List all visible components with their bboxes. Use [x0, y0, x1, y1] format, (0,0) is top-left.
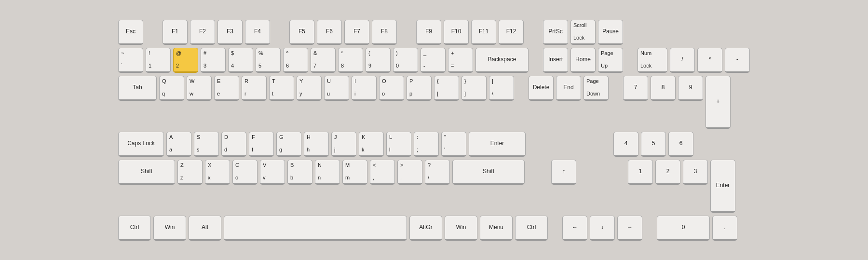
- key-numpad-slash[interactable]: /: [670, 48, 695, 73]
- key-1[interactable]: !1: [146, 48, 171, 73]
- key-numpad-7[interactable]: 7: [623, 76, 648, 101]
- key-numpad-3[interactable]: 3: [683, 160, 708, 185]
- key-arrow-left[interactable]: ←: [562, 216, 587, 241]
- key-numpad-5[interactable]: 5: [641, 132, 666, 157]
- key-numpad-dot[interactable]: .: [712, 216, 737, 241]
- key-8[interactable]: *8: [338, 48, 363, 73]
- key-arrow-right[interactable]: →: [617, 216, 642, 241]
- key-home[interactable]: Home: [570, 48, 596, 73]
- key-3[interactable]: #3: [201, 48, 226, 73]
- key-ctrl-right[interactable]: Ctrl: [515, 216, 548, 241]
- key-9[interactable]: (9: [366, 48, 391, 73]
- key-f5[interactable]: F5: [289, 20, 314, 45]
- key-pageup[interactable]: PageUp: [598, 48, 623, 73]
- key-f8[interactable]: F8: [372, 20, 397, 45]
- key-f11[interactable]: F11: [471, 20, 496, 45]
- key-f[interactable]: Ff: [249, 132, 274, 157]
- key-backspace[interactable]: Backspace: [475, 48, 529, 73]
- key-0[interactable]: )0: [393, 48, 418, 73]
- key-semicolon[interactable]: :;: [414, 132, 439, 157]
- key-u[interactable]: Uu: [324, 76, 349, 101]
- key-n[interactable]: Nn: [315, 160, 340, 185]
- key-end[interactable]: End: [556, 76, 581, 101]
- key-comma[interactable]: <,: [370, 160, 395, 185]
- key-m[interactable]: Mm: [342, 160, 367, 185]
- key-alt-left[interactable]: Alt: [189, 216, 221, 241]
- key-quote[interactable]: "': [441, 132, 466, 157]
- key-q[interactable]: Qq: [159, 76, 184, 101]
- key-p[interactable]: Pp: [407, 76, 432, 101]
- key-g[interactable]: Gg: [276, 132, 301, 157]
- key-win-right[interactable]: Win: [445, 216, 477, 241]
- key-arrow-up[interactable]: ↑: [551, 160, 576, 185]
- key-s[interactable]: Ss: [194, 132, 219, 157]
- key-slash[interactable]: ?/: [425, 160, 450, 185]
- key-d[interactable]: Dd: [221, 132, 246, 157]
- key-5[interactable]: %5: [256, 48, 281, 73]
- key-enter[interactable]: Enter: [469, 132, 526, 157]
- key-insert[interactable]: Insert: [543, 48, 568, 73]
- key-t[interactable]: Tt: [269, 76, 294, 101]
- key-f6[interactable]: F6: [317, 20, 342, 45]
- key-esc[interactable]: Esc: [118, 20, 143, 45]
- key-j[interactable]: Jj: [331, 132, 356, 157]
- key-period[interactable]: >.: [397, 160, 422, 185]
- key-r[interactable]: Rr: [242, 76, 267, 101]
- key-arrow-down[interactable]: ↓: [590, 216, 615, 241]
- key-altgr[interactable]: AltGr: [409, 216, 442, 241]
- key-numlock[interactable]: NumLock: [637, 48, 667, 73]
- key-numpad-plus[interactable]: +: [705, 76, 731, 129]
- key-f12[interactable]: F12: [499, 20, 524, 45]
- key-numpad-asterisk[interactable]: *: [697, 48, 722, 73]
- key-c[interactable]: Cc: [232, 160, 258, 185]
- key-shift-right[interactable]: Shift: [452, 160, 525, 185]
- key-x[interactable]: Xx: [205, 160, 230, 185]
- key-numpad-1[interactable]: 1: [628, 160, 653, 185]
- key-numpad-9[interactable]: 9: [678, 76, 703, 101]
- key-y[interactable]: Yy: [297, 76, 322, 101]
- key-f10[interactable]: F10: [444, 20, 469, 45]
- key-a[interactable]: Aa: [166, 132, 191, 157]
- key-w[interactable]: Ww: [187, 76, 212, 101]
- key-delete[interactable]: Delete: [529, 76, 554, 101]
- key-capslock[interactable]: Caps Lock: [118, 132, 164, 157]
- key-numpad-0[interactable]: 0: [657, 216, 710, 241]
- key-b[interactable]: Bb: [287, 160, 312, 185]
- key-win-left[interactable]: Win: [153, 216, 186, 241]
- key-openbrace[interactable]: {[: [434, 76, 459, 101]
- key-f7[interactable]: F7: [344, 20, 369, 45]
- key-6[interactable]: ^6: [283, 48, 308, 73]
- key-v[interactable]: Vv: [260, 160, 285, 185]
- key-numpad-6[interactable]: 6: [668, 132, 693, 157]
- key-menu[interactable]: Menu: [480, 216, 513, 241]
- key-equals[interactable]: +=: [448, 48, 473, 73]
- key-f2[interactable]: F2: [190, 20, 215, 45]
- key-h[interactable]: Hh: [304, 132, 329, 157]
- key-4[interactable]: $4: [228, 48, 253, 73]
- key-7[interactable]: &7: [311, 48, 336, 73]
- key-z[interactable]: Zz: [177, 160, 203, 185]
- key-pause[interactable]: Pause: [598, 20, 623, 45]
- key-minus[interactable]: _-: [420, 48, 446, 73]
- key-backslash[interactable]: |\: [489, 76, 514, 101]
- key-i[interactable]: Ii: [352, 76, 377, 101]
- key-scrolllock[interactable]: ScrollLock: [570, 20, 596, 45]
- key-f1[interactable]: F1: [163, 20, 188, 45]
- key-backtick[interactable]: ~`: [118, 48, 143, 73]
- key-numpad-8[interactable]: 8: [651, 76, 676, 101]
- key-o[interactable]: Oo: [379, 76, 404, 101]
- key-shift-left[interactable]: Shift: [118, 160, 175, 185]
- key-numpad-4[interactable]: 4: [613, 132, 638, 157]
- key-ctrl-left[interactable]: Ctrl: [118, 216, 151, 241]
- key-pagedown[interactable]: PageDown: [583, 76, 609, 101]
- key-f9[interactable]: F9: [416, 20, 441, 45]
- key-e[interactable]: Ee: [214, 76, 239, 101]
- key-numpad-2[interactable]: 2: [655, 160, 680, 185]
- key-2[interactable]: @2: [173, 48, 198, 73]
- key-numpad-enter[interactable]: Enter: [710, 160, 735, 213]
- key-tab[interactable]: Tab: [118, 76, 157, 101]
- key-numpad-minus[interactable]: -: [725, 48, 750, 73]
- key-f4[interactable]: F4: [245, 20, 270, 45]
- key-k[interactable]: Kk: [359, 132, 384, 157]
- key-closebrace[interactable]: }]: [461, 76, 487, 101]
